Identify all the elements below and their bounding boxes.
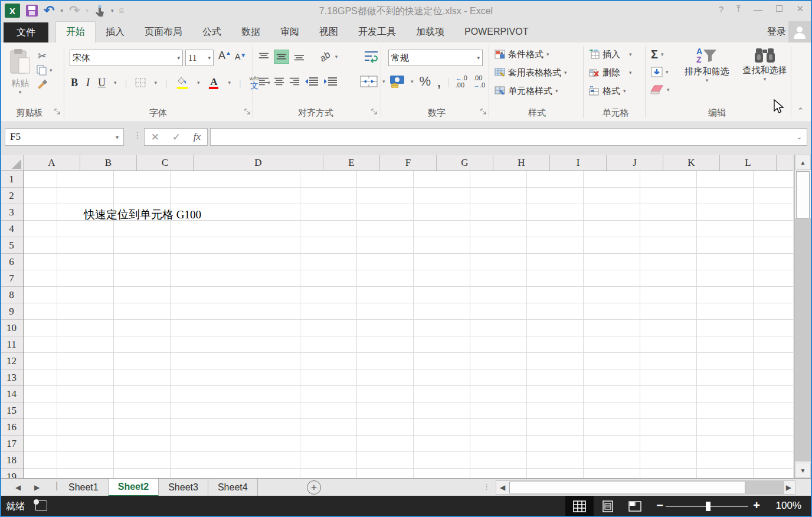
minimize-icon[interactable]: — [754,4,762,14]
row-header-3[interactable]: 3 [0,204,23,221]
row-header-11[interactable]: 11 [0,336,23,353]
format-as-table-dropdown-icon[interactable]: ▾ [564,70,567,76]
number-format-select[interactable]: 常规▾ [388,50,483,66]
sign-in-link[interactable]: 登录 [767,26,786,38]
underline-button[interactable]: U [98,77,106,89]
percent-style-icon[interactable]: % [420,74,431,89]
merge-center-icon[interactable] [360,76,378,87]
conditional-formatting-dropdown-icon[interactable]: ▾ [546,51,549,57]
autosum-dropdown-icon[interactable]: ▾ [661,51,664,57]
zoom-level[interactable]: 100% [776,500,801,512]
conditional-formatting-button[interactable]: ≠ 条件格式▾ [495,47,549,61]
new-sheet-icon[interactable]: + [307,480,321,495]
cell-styles-dropdown-icon[interactable]: ▾ [555,88,558,94]
help-icon[interactable]: ? [719,4,723,14]
find-select-button[interactable]: 查找和选择 ▾ [736,47,793,82]
tab-developer[interactable]: 开发工具 [348,21,406,42]
select-all-corner[interactable] [0,155,24,171]
tab-file[interactable]: 文件 [4,22,48,42]
format-cells-button[interactable]: 格式▾ [589,84,626,98]
copy-icon[interactable] [37,65,47,76]
vertical-scrollbar[interactable]: ▲ ▼ [794,155,811,478]
align-top-icon[interactable] [258,52,269,61]
tab-page-layout[interactable]: 页面布局 [135,21,192,42]
sheet-tab-sheet2[interactable]: Sheet2 [109,479,159,496]
orientation-dropdown-icon[interactable]: ▾ [335,54,338,60]
format-painter-icon[interactable] [37,79,47,90]
row-header-8[interactable]: 8 [0,287,23,303]
horizontal-scroll-thumb[interactable] [509,482,745,493]
page-break-view-button[interactable] [621,496,649,517]
column-header-i[interactable]: I [550,155,607,171]
find-select-dropdown-icon[interactable]: ▾ [764,76,767,82]
clear-dropdown-icon[interactable]: ▾ [667,87,670,93]
cut-icon[interactable]: ✂ [38,50,47,63]
align-left-icon[interactable] [258,77,269,86]
name-box-dropdown-icon[interactable]: ▾ [116,134,119,140]
normal-view-button[interactable] [565,496,594,517]
fill-color-dropdown-icon[interactable]: ▾ [197,80,200,86]
comma-style-icon[interactable]: , [437,78,441,84]
column-header-j[interactable]: J [607,155,663,171]
italic-button[interactable]: I [86,77,90,89]
font-color-dropdown-icon[interactable]: ▾ [228,80,231,86]
decrease-indent-icon[interactable] [304,77,319,86]
row-header-17[interactable]: 17 [0,436,23,452]
align-right-icon[interactable] [289,77,300,86]
formula-bar-resize-handle[interactable]: ⋮ [133,130,141,140]
align-bottom-icon[interactable] [294,52,304,61]
font-name-select[interactable]: 宋体▾ [70,50,183,66]
cell-styles-button[interactable]: 单元格样式▾ [495,84,558,98]
avatar[interactable] [788,21,811,42]
row-header-10[interactable]: 10 [0,320,23,336]
clipboard-dialog-launcher[interactable] [54,109,61,116]
autosum-button[interactable]: Σ ▾ [651,47,664,61]
zoom-in-icon[interactable]: + [753,499,760,512]
page-layout-view-button[interactable] [594,496,622,517]
tab-data[interactable]: 数据 [231,21,270,42]
orientation-icon[interactable]: ab [317,50,332,64]
tab-view[interactable]: 视图 [309,21,348,42]
shrink-font-button[interactable]: A▼ [235,52,246,61]
zoom-out-icon[interactable]: − [656,499,663,512]
cell-b3-value[interactable]: 快速定位到单元格 G100 [84,207,201,222]
sheet-tab-sheet4[interactable]: Sheet4 [208,479,258,496]
scroll-right-icon[interactable]: ▶ [786,483,791,492]
sheet-tab-sheet1[interactable]: Sheet1 [59,479,109,496]
fill-button[interactable]: ▾ [651,65,669,79]
column-header-k[interactable]: K [663,155,720,171]
column-header-e[interactable]: E [323,155,380,171]
name-box[interactable]: F5 ▾ [5,128,124,146]
ribbon-display-icon[interactable]: ⤒ [736,4,741,14]
format-as-table-button[interactable]: 套用表格格式▾ [495,66,567,80]
scroll-up-icon[interactable]: ▲ [795,155,811,170]
accounting-format-icon[interactable] [389,75,405,88]
macro-record-icon[interactable] [35,500,47,511]
cells-area[interactable]: 1 2 3 4 5 6 7 8 9 10 11 12 13 14 15 16 1… [0,171,793,478]
row-header-2[interactable]: 2 [0,188,23,204]
wrap-text-icon[interactable] [364,50,379,63]
decrease-decimal-icon[interactable]: .00 →.0 [473,74,485,89]
insert-dropdown-icon[interactable]: ▾ [629,51,632,57]
column-header-g[interactable]: G [437,155,493,171]
vertical-scroll-thumb[interactable] [796,171,810,218]
paste-button[interactable]: 粘贴 ▾ [8,48,32,95]
sheet-nav-next-icon[interactable]: ▶ [34,483,40,492]
font-dialog-launcher[interactable] [244,109,251,116]
row-header-4[interactable]: 4 [0,221,23,237]
alignment-dialog-launcher[interactable] [371,109,378,116]
row-header-6[interactable]: 6 [0,254,23,270]
underline-dropdown-icon[interactable]: ▾ [114,80,117,86]
row-header-16[interactable]: 16 [0,419,23,436]
tab-powerpivot[interactable]: POWERPIVOT [454,21,538,42]
sheet-tab-sheet3[interactable]: Sheet3 [159,479,208,496]
expand-formula-bar-icon[interactable]: ⌄ [797,133,802,141]
merge-dropdown-icon[interactable]: ▾ [382,78,385,84]
tab-home[interactable]: 开始 [55,21,96,42]
increase-indent-icon[interactable] [323,77,338,86]
formula-input[interactable]: ⌄ [210,128,807,146]
tab-formulas[interactable]: 公式 [192,21,231,42]
row-header-9[interactable]: 9 [0,303,23,320]
phonetic-guide-icon[interactable]: wén 文 [250,76,260,90]
font-name-dropdown-icon[interactable]: ▾ [177,55,180,61]
